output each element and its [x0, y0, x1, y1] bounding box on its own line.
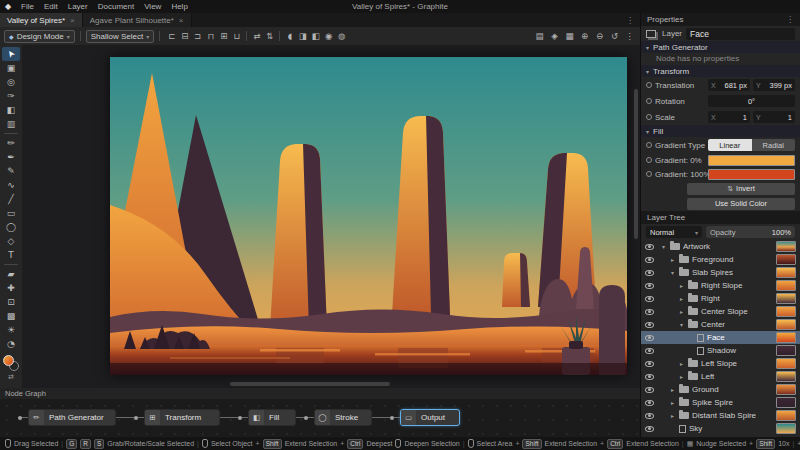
rectangle-tool[interactable]: ▭	[2, 206, 20, 220]
expand-arrow-icon[interactable]	[678, 282, 685, 289]
app-logo-icon[interactable]: ◆	[0, 2, 16, 11]
layer-row[interactable]: Center	[641, 318, 800, 331]
spline-tool[interactable]: ∿	[2, 178, 20, 192]
node-connector-dot[interactable]	[304, 416, 308, 420]
expand-arrow-icon[interactable]	[669, 386, 676, 393]
align-bottom-icon[interactable]: ⊔	[230, 30, 243, 43]
graph-node[interactable]: ◯ Stroke	[314, 409, 372, 426]
flip-horizontal-icon[interactable]: ⇄	[250, 30, 263, 43]
graph-node[interactable]: ▭ Output	[400, 409, 460, 426]
align-h-center-icon[interactable]: ⊟	[178, 30, 191, 43]
vertical-scrollbar[interactable]	[634, 45, 638, 388]
node-connector-dot[interactable]	[390, 416, 394, 420]
layer-row[interactable]: Face	[641, 331, 800, 344]
node-connector-dot[interactable]	[238, 416, 242, 420]
working-colors[interactable]	[3, 355, 19, 371]
ellipse-tool[interactable]: ◯	[2, 220, 20, 234]
translation-x-input[interactable]: X 681 px	[708, 79, 750, 91]
tab-close-icon[interactable]: ×	[179, 16, 184, 25]
document-tab[interactable]: Valley of Spires* ×	[0, 13, 83, 27]
opacity-slider[interactable]: Opacity 100%	[706, 226, 795, 238]
visibility-eye-icon[interactable]	[645, 348, 654, 354]
tabbar-options-icon[interactable]: ⋮	[620, 13, 640, 27]
selection-mode-dropdown[interactable]: Shallow Select ▾	[86, 30, 155, 43]
design-mode-dropdown[interactable]: ◆ Design Mode ▾	[4, 30, 75, 43]
expand-arrow-icon[interactable]	[678, 295, 685, 302]
node-graph-canvas[interactable]: ✏ Path Generator ⊞ Transform ◧ Fill	[0, 399, 640, 437]
line-tool[interactable]: ╱	[2, 192, 20, 206]
document-tab[interactable]: Agave Plant Silhouette* ×	[83, 13, 192, 27]
zoom-out-icon[interactable]: ⊖	[593, 30, 606, 43]
toolbar-icon[interactable]	[279, 31, 280, 41]
expand-arrow-icon[interactable]	[678, 321, 685, 328]
layer-row[interactable]: Right	[641, 292, 800, 305]
artboard-tool[interactable]: ▣	[2, 61, 20, 75]
graph-node[interactable]: ◧ Fill	[248, 409, 296, 426]
canvas-viewport[interactable]	[22, 45, 640, 388]
expand-arrow-icon[interactable]	[669, 399, 676, 406]
boolean-intersect-icon[interactable]: ◉	[322, 30, 335, 43]
menu-item[interactable]: Layer	[63, 0, 93, 13]
relight-tool[interactable]: ☀	[2, 323, 20, 337]
layer-row[interactable]: Distant Slab Spire	[641, 409, 800, 422]
visibility-eye-icon[interactable]	[645, 257, 654, 263]
layer-row[interactable]: Spike Spire	[641, 396, 800, 409]
patch-tool[interactable]: ▩	[2, 309, 20, 323]
brush-tool[interactable]: ▰	[2, 267, 20, 281]
boolean-difference-icon[interactable]: ◍	[335, 30, 348, 43]
shape-tool[interactable]: ◇	[2, 234, 20, 248]
expand-arrow-icon[interactable]	[678, 373, 685, 380]
visibility-eye-icon[interactable]	[645, 426, 654, 432]
expand-arrow-icon[interactable]	[678, 308, 685, 315]
reset-view-icon[interactable]: ↺	[608, 30, 621, 43]
parameter-dot[interactable]	[646, 114, 652, 120]
layer-row[interactable]: Center Slope	[641, 305, 800, 318]
translation-y-input[interactable]: Y 399 px	[753, 79, 795, 91]
vertical-scrollbar-thumb[interactable]	[634, 89, 638, 239]
use-solid-color-button[interactable]: Use Solid Color	[687, 198, 795, 210]
detail-tool[interactable]: ◔	[2, 337, 20, 351]
align-v-center-icon[interactable]: ⊞	[217, 30, 230, 43]
visibility-eye-icon[interactable]	[645, 270, 654, 276]
navigate-tool[interactable]: ◎	[2, 75, 20, 89]
linear-option[interactable]: Linear	[708, 139, 752, 151]
visibility-eye-icon[interactable]	[645, 309, 654, 315]
visibility-eye-icon[interactable]	[645, 244, 654, 250]
fill-tool[interactable]: ◧	[2, 103, 20, 117]
align-top-icon[interactable]: ⊓	[204, 30, 217, 43]
horizontal-scrollbar[interactable]	[22, 382, 632, 386]
parameter-dot[interactable]	[646, 82, 652, 88]
menu-item[interactable]: View	[139, 0, 166, 13]
layer-row[interactable]: Foreground	[641, 253, 800, 266]
zoom-in-icon[interactable]: ⊕	[578, 30, 591, 43]
expand-arrow-icon[interactable]	[669, 412, 676, 419]
visibility-eye-icon[interactable]	[645, 374, 654, 380]
visibility-eye-icon[interactable]	[645, 387, 654, 393]
boolean-union-icon[interactable]: ◖	[283, 30, 296, 43]
visibility-eye-icon[interactable]	[645, 400, 654, 406]
layer-row[interactable]: Right Slope	[641, 279, 800, 292]
gradient-stop100-swatch[interactable]	[708, 169, 795, 180]
visibility-eye-icon[interactable]	[645, 413, 654, 419]
path-tool[interactable]: ✏	[2, 136, 20, 150]
boolean-subtract-back-icon[interactable]: ◧	[309, 30, 322, 43]
menu-item[interactable]: Help	[166, 0, 192, 13]
layer-row[interactable]: Left Slope	[641, 357, 800, 370]
align-right-icon[interactable]: ⊐	[191, 30, 204, 43]
flip-vertical-icon[interactable]: ⇅	[263, 30, 276, 43]
gradient-tool[interactable]: ▥	[2, 117, 20, 131]
gradient-stop0-swatch[interactable]	[708, 155, 795, 166]
visibility-eye-icon[interactable]	[645, 335, 654, 341]
section-path-generator[interactable]: ▾ Path Generator	[641, 41, 800, 53]
expand-arrow-icon[interactable]	[669, 256, 676, 263]
expand-arrow-icon[interactable]	[660, 243, 667, 250]
pen-tool[interactable]: ✒	[2, 150, 20, 164]
section-fill[interactable]: ▾ Fill	[641, 125, 800, 137]
eyedropper-tool[interactable]: ✑	[2, 89, 20, 103]
layer-row[interactable]: Shadow	[641, 344, 800, 357]
boolean-subtract-front-icon[interactable]: ◨	[296, 30, 309, 43]
canvas-artwork[interactable]	[110, 57, 627, 375]
section-transform[interactable]: ▾ Transform	[641, 65, 800, 77]
layer-row[interactable]: Left	[641, 370, 800, 383]
freehand-tool[interactable]: ✎	[2, 164, 20, 178]
